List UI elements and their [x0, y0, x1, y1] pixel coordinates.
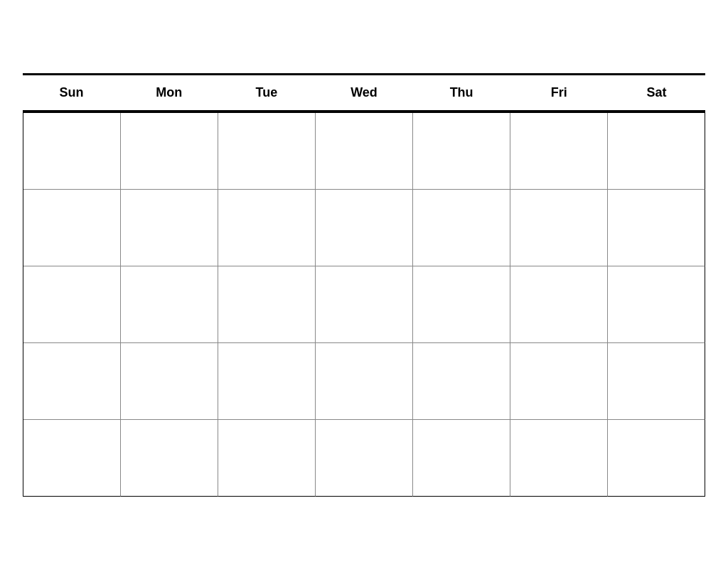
calendar-cell[interactable] [510, 420, 608, 497]
calendar-header: Sun Mon Tue Wed Thu Fri Sat [23, 73, 705, 112]
day-header-sun: Sun [23, 81, 120, 104]
calendar-cell[interactable] [608, 420, 705, 497]
calendar-cell[interactable] [23, 343, 121, 420]
calendar-cell[interactable] [121, 190, 218, 266]
calendar-cell[interactable] [510, 190, 608, 266]
calendar-cell[interactable] [218, 190, 316, 266]
calendar-cell[interactable] [121, 343, 218, 420]
calendar-cell[interactable] [218, 343, 316, 420]
calendar-cell[interactable] [121, 113, 218, 190]
calendar-cell[interactable] [413, 266, 510, 343]
calendar-container: Sun Mon Tue Wed Thu Fri Sat [23, 73, 705, 497]
calendar-cell[interactable] [23, 266, 121, 343]
calendar-cell[interactable] [218, 420, 316, 497]
calendar-cell[interactable] [608, 113, 705, 190]
calendar-cell[interactable] [121, 266, 218, 343]
calendar-cell[interactable] [413, 190, 510, 266]
calendar-cell[interactable] [316, 113, 413, 190]
calendar-cell[interactable] [23, 420, 121, 497]
day-header-tue: Tue [218, 81, 315, 104]
calendar-cell[interactable] [608, 190, 705, 266]
calendar-cell[interactable] [121, 420, 218, 497]
calendar-cell[interactable] [316, 420, 413, 497]
calendar-cell[interactable] [218, 266, 316, 343]
calendar-cell[interactable] [218, 113, 316, 190]
calendar-cell[interactable] [413, 343, 510, 420]
calendar-grid [23, 112, 705, 497]
day-header-mon: Mon [120, 81, 218, 104]
day-header-fri: Fri [510, 81, 608, 104]
calendar-cell[interactable] [510, 266, 608, 343]
calendar-cell[interactable] [413, 420, 510, 497]
day-header-thu: Thu [413, 81, 510, 104]
calendar-cell[interactable] [316, 343, 413, 420]
calendar-cell[interactable] [608, 343, 705, 420]
calendar-cell[interactable] [23, 113, 121, 190]
calendar-cell[interactable] [316, 266, 413, 343]
calendar-cell[interactable] [510, 113, 608, 190]
day-header-sat: Sat [608, 81, 705, 104]
calendar-cell[interactable] [413, 113, 510, 190]
calendar-cell[interactable] [316, 190, 413, 266]
calendar-cell[interactable] [608, 266, 705, 343]
calendar-cell[interactable] [23, 190, 121, 266]
day-header-wed: Wed [315, 81, 412, 104]
calendar-cell[interactable] [510, 343, 608, 420]
